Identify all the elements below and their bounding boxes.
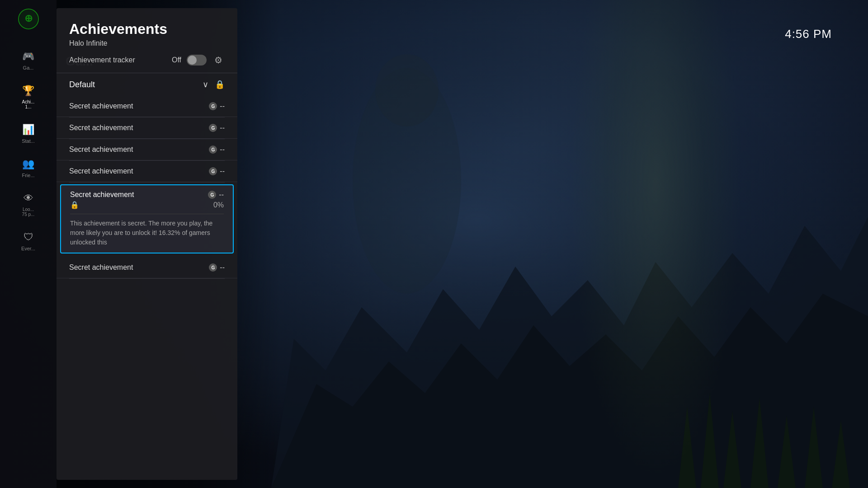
tracker-label: Achievement tracker xyxy=(69,56,135,64)
gamerscore-icon: G xyxy=(209,145,217,154)
achievements-icon: 🏆 xyxy=(22,85,34,97)
achievement-score: G -- xyxy=(208,191,224,199)
achievement-item[interactable]: Secret achievement G -- xyxy=(57,96,237,117)
achievement-score-value: -- xyxy=(220,102,225,110)
achievement-main-row: Secret achievement G -- xyxy=(69,124,225,132)
achievement-main-row: Secret achievement G -- xyxy=(69,102,225,110)
sidebar-item-friends[interactable]: 👥 Frie... xyxy=(0,151,57,185)
sidebar-item-events[interactable]: 🛡 Ever... xyxy=(0,224,57,258)
gamerscore-icon: G xyxy=(209,263,217,272)
default-label: Default xyxy=(69,80,95,89)
achievement-main-row: Secret achievement G -- xyxy=(69,167,225,175)
achievement-expanded-details: 🔒 0% xyxy=(70,201,224,209)
achievement-score-value: -- xyxy=(220,167,225,175)
gamerscore-icon: G xyxy=(209,167,217,175)
achievements-list[interactable]: Secret achievement G -- Secret achieveme… xyxy=(57,96,237,480)
achievement-item[interactable]: Secret achievement G -- xyxy=(57,161,237,182)
default-section-row[interactable]: Default ∨ 🔒 xyxy=(57,73,237,96)
events-icon: 🛡 xyxy=(24,231,33,243)
tracker-toggle[interactable] xyxy=(187,55,207,66)
clock: 4:56 PM xyxy=(785,27,832,41)
achievement-item[interactable]: Secret achievement G -- xyxy=(57,117,237,139)
achievement-completion-percent: 0% xyxy=(213,201,224,209)
game-icon: 🎮 xyxy=(22,51,34,62)
friends-icon: 👥 xyxy=(22,158,34,170)
toggle-knob xyxy=(188,56,197,65)
xbox-logo[interactable]: ⊕ xyxy=(18,8,39,30)
achievement-main-row: Secret achievement G -- xyxy=(69,263,225,272)
achievement-score: G -- xyxy=(209,263,225,272)
achievement-score-value: -- xyxy=(220,263,225,272)
achievement-name: Secret achievement xyxy=(70,191,134,199)
achievement-item[interactable]: Secret achievement G -- xyxy=(57,257,237,278)
sidebar-item-achievements[interactable]: 🏆 Achi...1... xyxy=(0,78,57,117)
achievement-main-row: Secret achievement G -- xyxy=(69,145,225,154)
gamerscore-icon: G xyxy=(209,102,217,110)
sidebar-item-game[interactable]: 🎮 Ga... xyxy=(0,43,57,78)
tracker-row: Achievement tracker Off ⚙ xyxy=(69,54,225,66)
tracker-controls: Off ⚙ xyxy=(172,54,225,66)
svg-text:⊕: ⊕ xyxy=(24,13,33,24)
sidebar: ⊕ 🎮 Ga... 🏆 Achi...1... 📊 Stat... 👥 Frie… xyxy=(0,0,57,488)
achievement-item[interactable]: Secret achievement G -- xyxy=(57,139,237,160)
achievement-score: G -- xyxy=(209,124,225,132)
achievements-panel: Achievements Halo Infinite Achievement t… xyxy=(57,8,237,480)
gamerscore-icon: G xyxy=(209,124,217,132)
gamerscore-icon: G xyxy=(208,191,216,199)
achievement-score: G -- xyxy=(209,167,225,175)
achievement-name: Secret achievement xyxy=(69,124,133,132)
chevron-down-icon: ∨ xyxy=(203,80,208,89)
panel-subtitle: Halo Infinite xyxy=(69,39,225,47)
sidebar-label-look: Loo...75 p... xyxy=(22,207,35,217)
achievement-lock-icon: 🔒 xyxy=(70,201,79,209)
achievement-name: Secret achievement xyxy=(69,167,133,175)
clock-time: 4:56 PM xyxy=(785,27,832,41)
achievement-score: G -- xyxy=(209,102,225,110)
sidebar-label-game: Ga... xyxy=(23,65,34,70)
spartan-figure xyxy=(570,0,741,479)
achievement-description: This achievement is secret. The more you… xyxy=(70,219,224,247)
look-icon: 👁 xyxy=(24,192,33,204)
sidebar-item-look[interactable]: 👁 Loo...75 p... xyxy=(0,185,57,224)
achievement-content-divider xyxy=(70,214,224,214)
tracker-settings-button[interactable]: ⚙ xyxy=(212,54,225,66)
panel-header: Achievements Halo Infinite Achievement t… xyxy=(57,8,237,73)
tracker-status: Off xyxy=(172,56,181,64)
achievement-score: G -- xyxy=(209,145,225,154)
achievement-name: Secret achievement xyxy=(69,102,133,110)
achievement-score-value: -- xyxy=(220,145,225,154)
achievement-score-value: -- xyxy=(219,191,224,199)
panel-title: Achievements xyxy=(69,21,225,38)
item-divider xyxy=(69,182,225,183)
item-divider xyxy=(69,278,225,279)
achievement-name: Secret achievement xyxy=(69,263,133,272)
sidebar-label-stats: Stat... xyxy=(22,138,35,144)
sidebar-label-events: Ever... xyxy=(21,246,35,251)
sidebar-label-friends: Frie... xyxy=(22,173,34,178)
achievement-main-row: Secret achievement G -- xyxy=(70,191,224,199)
default-controls: ∨ 🔒 xyxy=(203,80,225,89)
achievement-score-value: -- xyxy=(220,124,225,132)
default-lock-icon: 🔒 xyxy=(215,80,225,89)
gear-icon: ⚙ xyxy=(214,55,222,66)
sidebar-label-achievements: Achi...1... xyxy=(22,99,35,109)
stats-icon: 📊 xyxy=(22,124,34,136)
selected-achievement-item[interactable]: Secret achievement G -- 🔒 0% This achiev… xyxy=(60,184,234,253)
achievement-name: Secret achievement xyxy=(69,145,133,154)
sidebar-item-stats[interactable]: 📊 Stat... xyxy=(0,117,57,151)
